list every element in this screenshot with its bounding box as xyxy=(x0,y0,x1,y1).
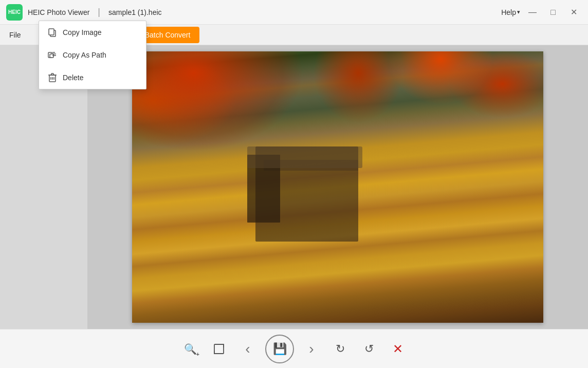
delete-button[interactable]: ✕ xyxy=(387,338,409,360)
menu-bar: File Edit View Image Batch Convert Copy … xyxy=(0,25,588,45)
svg-rect-1 xyxy=(49,29,54,35)
zoom-icon: 🔍 xyxy=(184,343,197,355)
prev-icon: ‹ xyxy=(245,341,250,357)
prev-button[interactable]: ‹ xyxy=(236,338,259,360)
menu-file[interactable]: File xyxy=(0,25,30,45)
maximize-button[interactable]: □ xyxy=(545,4,561,21)
next-button[interactable]: › xyxy=(300,338,323,360)
logo-text: HEIC xyxy=(8,9,21,15)
save-button[interactable]: 💾 xyxy=(265,335,294,363)
svg-rect-15 xyxy=(214,344,224,354)
delete-label: Delete xyxy=(63,73,83,82)
rotate-cw-icon: ↻ xyxy=(336,342,345,356)
rotate-ccw-button[interactable]: ↺ xyxy=(358,338,380,360)
minimize-button[interactable]: — xyxy=(524,4,541,21)
edit-dropdown-menu: Copy Image Copy As Path xyxy=(39,21,146,89)
app-name: HEIC Photo Viewer xyxy=(28,8,89,16)
next-icon: › xyxy=(309,341,314,357)
copy-image-icon xyxy=(47,27,58,38)
copy-image-label: Copy Image xyxy=(63,28,101,36)
app-logo: HEIC xyxy=(6,4,23,21)
expand-button[interactable] xyxy=(208,338,230,360)
title-separator: | xyxy=(98,7,100,17)
delete-x-icon: ✕ xyxy=(393,342,403,356)
delete-icon xyxy=(47,72,58,83)
main-image xyxy=(132,51,543,323)
help-button[interactable]: Help ▾ xyxy=(501,8,520,16)
delete-item[interactable]: Delete xyxy=(39,66,146,89)
expand-icon xyxy=(213,343,225,355)
rotate-ccw-icon: ↺ xyxy=(364,342,374,356)
zoom-button[interactable]: 🔍 + xyxy=(179,338,201,360)
title-bar-left: HEIC HEIC Photo Viewer | sample1 (1).hei… xyxy=(6,4,162,21)
bottom-toolbar: 🔍 + ‹ 💾 › ↻ ↺ ✕ xyxy=(0,329,588,368)
copy-as-path-icon xyxy=(47,50,58,60)
save-icon: 💾 xyxy=(273,342,287,356)
copy-image-item[interactable]: Copy Image xyxy=(39,21,146,44)
image-viewport xyxy=(87,45,588,329)
rotate-cw-button[interactable]: ↻ xyxy=(329,338,352,360)
title-bar-right: Help ▾ — □ ✕ xyxy=(501,4,582,21)
copy-as-path-label: Copy As Path xyxy=(63,51,106,59)
close-button[interactable]: ✕ xyxy=(565,4,582,21)
filename: sample1 (1).heic xyxy=(108,8,162,16)
zoom-plus: + xyxy=(196,351,199,357)
copy-as-path-item[interactable]: Copy As Path xyxy=(39,44,146,66)
